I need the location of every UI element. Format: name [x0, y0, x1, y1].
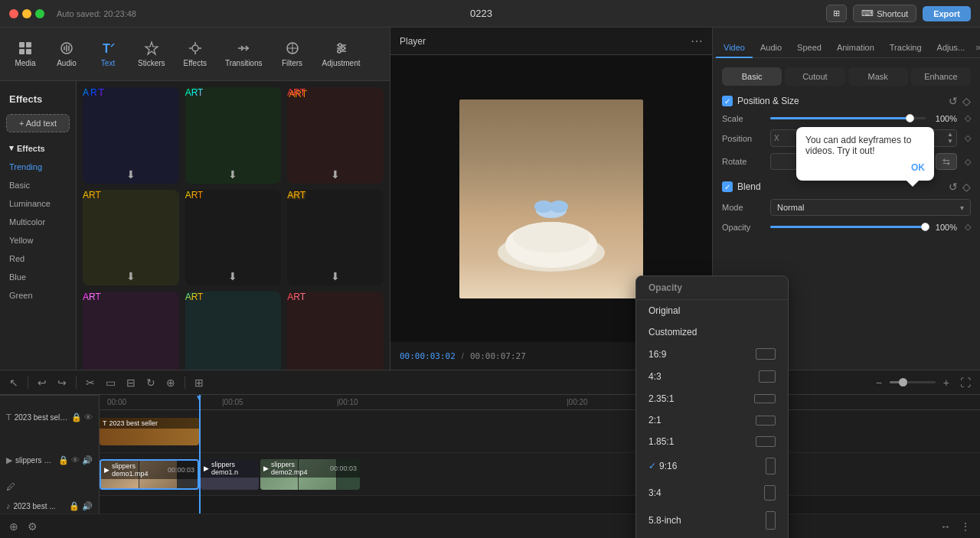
video-clip-3[interactable]: ▶ slippers demo2.mp4 00:00:03 [260, 459, 360, 490]
dropdown-item-original[interactable]: Original [636, 300, 788, 321]
volume-icon-audio[interactable]: 🔊 [82, 501, 93, 511]
toolbar-item-stickers[interactable]: Stickers [130, 36, 173, 72]
dropdown-item-9-16[interactable]: ✓ 9:16 [636, 452, 788, 480]
dropdown-item-16-9[interactable]: 16:9 [636, 343, 788, 365]
y-up-btn[interactable]: ▲ [947, 132, 953, 138]
effect-card-3[interactable]: ART ⬇ [287, 87, 384, 184]
tooltip-ok-button[interactable]: OK [805, 162, 925, 173]
redo-button[interactable]: ↪ [54, 375, 70, 390]
effect-card-5[interactable]: ART ⬇ [185, 190, 282, 286]
effect-card-9[interactable]: ART ⬇ [287, 292, 384, 370]
position-keyframe-icon[interactable]: ◇ [962, 95, 971, 107]
minimize-button[interactable] [22, 9, 31, 18]
export-button[interactable]: Export [923, 6, 971, 21]
effects-category-green[interactable]: Green [0, 286, 76, 305]
dropdown-item-1-1[interactable]: 1:1 [636, 535, 788, 538]
effect-card-1[interactable]: ART ⬇ [83, 87, 179, 184]
sub-tab-enhance[interactable]: Enhance [911, 67, 971, 86]
position-reset-icon[interactable]: ↺ [949, 95, 958, 107]
toolbar-item-media[interactable]: Media [6, 36, 44, 72]
zoom-fit-button[interactable]: ↔ [937, 519, 954, 534]
effect-card-7[interactable]: ART ⬇ [83, 292, 179, 370]
zoom-in-button[interactable]: + [940, 375, 952, 390]
effects-category-trending[interactable]: Trending [0, 158, 76, 176]
position-size-checkbox[interactable]: ✓ [722, 96, 733, 106]
effects-category-multicolor[interactable]: Multicolor [0, 213, 76, 231]
fit-button[interactable]: ⛶ [957, 375, 974, 390]
rotate-keyframe-btn[interactable]: ◇ [965, 157, 971, 167]
more-tabs-button[interactable]: » [972, 37, 980, 57]
dropdown-item-2-1[interactable]: 2:1 [636, 409, 788, 431]
toolbar-item-audio[interactable]: Audio [47, 36, 86, 72]
layout-button[interactable]: ⊞ [826, 5, 847, 22]
video-clip-1[interactable]: ▶ slippers demo1.mp4 00:00:03 [100, 459, 199, 490]
effects-category-luminance[interactable]: Luminance [0, 194, 76, 213]
maximize-button[interactable] [35, 9, 44, 18]
undo-button[interactable]: ↩ [34, 375, 50, 390]
effect-card-6[interactable]: ART ⬇ [287, 190, 384, 286]
toolbar-item-text[interactable]: T Text [89, 36, 127, 72]
dropdown-item-4-3[interactable]: 4:3 [636, 365, 788, 388]
blend-mode-select[interactable]: Normal ▾ [770, 199, 971, 216]
zoom-out-button[interactable]: − [873, 375, 885, 390]
effects-category-blue[interactable]: Blue [0, 268, 76, 286]
zoom-slider[interactable] [890, 381, 936, 383]
tab-audio[interactable]: Audio [753, 38, 789, 58]
align-button[interactable]: ⊞ [191, 375, 207, 390]
text-clip-1[interactable]: T 2023 best seller [100, 418, 199, 445]
tab-animation[interactable]: Animation [829, 38, 882, 58]
paint-icon[interactable]: 🖊 [6, 481, 15, 492]
add-track-button[interactable]: ⊕ [6, 519, 21, 534]
toolbar-item-transitions[interactable]: Transitions [217, 36, 270, 72]
y-down-btn[interactable]: ▼ [947, 139, 953, 145]
dropdown-item-1-85-1[interactable]: 1.85:1 [636, 431, 788, 452]
dropdown-item-customized[interactable]: Customized [636, 321, 788, 343]
tab-adjust[interactable]: Adjus... [929, 38, 973, 58]
volume-icon-video[interactable]: 🔊 [82, 455, 93, 465]
opacity-keyframe-btn[interactable]: ◇ [965, 222, 971, 232]
crop-button[interactable]: ▭ [103, 375, 119, 390]
close-button[interactable] [9, 9, 18, 18]
playhead[interactable] [199, 395, 201, 514]
add-text-button[interactable]: + Add text [6, 114, 70, 132]
scale-slider[interactable] [770, 117, 926, 119]
effects-category-basic[interactable]: Basic [0, 176, 76, 194]
cursor-tool-button[interactable]: ↖ [6, 375, 21, 390]
eye-icon-text[interactable]: 👁 [84, 412, 93, 422]
effects-category-yellow[interactable]: Yellow [0, 231, 76, 249]
lock-icon-text[interactable]: 🔒 [71, 412, 82, 422]
eye-icon-video[interactable]: 👁 [71, 455, 80, 465]
opacity-slider[interactable] [770, 226, 926, 228]
loop-button[interactable]: ↻ [143, 375, 158, 390]
sub-tab-cutout[interactable]: Cutout [785, 67, 844, 86]
tab-video[interactable]: Video [716, 38, 753, 58]
dropdown-item-5-8-inch[interactable]: 5.8-inch [636, 506, 788, 535]
sub-tab-mask[interactable]: Mask [848, 67, 908, 86]
marker-button[interactable]: ⊕ [163, 375, 178, 390]
blend-checkbox[interactable]: ✓ [722, 181, 733, 192]
blend-keyframe-icon[interactable]: ◇ [962, 181, 971, 193]
tab-tracking[interactable]: Tracking [882, 38, 929, 58]
toolbar-item-filters[interactable]: Filters [273, 36, 312, 72]
split-button[interactable]: ✂ [83, 375, 98, 390]
lock-icon-video[interactable]: 🔒 [58, 455, 69, 465]
scale-keyframe-btn[interactable]: ◇ [965, 113, 971, 123]
effect-card-2[interactable]: ART ⬇ [185, 87, 282, 184]
timeline-settings-button[interactable]: ⋮ [957, 519, 974, 534]
position-keyframe-btn[interactable]: ◇ [965, 133, 971, 143]
flip-button[interactable]: ⇆ [936, 153, 957, 170]
lock-icon-audio[interactable]: 🔒 [69, 501, 80, 511]
sub-tab-basic[interactable]: Basic [722, 67, 782, 86]
effects-category-effects[interactable]: ▾ Effects [0, 139, 76, 158]
toolbar-item-effects[interactable]: Effects [176, 36, 214, 72]
tab-speed[interactable]: Speed [789, 38, 829, 58]
blend-reset-icon[interactable]: ↺ [949, 181, 958, 193]
shortcut-button[interactable]: ⌨ Shortcut [853, 5, 916, 22]
video-clip-2[interactable]: ▶ slippers demo1.n [201, 459, 259, 490]
effects-category-red[interactable]: Red [0, 249, 76, 268]
player-menu-button[interactable]: ⋯ [691, 34, 703, 48]
dropdown-item-2-35-1[interactable]: 2.35:1 [636, 388, 788, 409]
effect-card-8[interactable]: ART ⬇ [185, 292, 282, 370]
dropdown-item-3-4[interactable]: 3:4 [636, 480, 788, 506]
effect-card-4[interactable]: ART ⬇ [83, 190, 179, 286]
